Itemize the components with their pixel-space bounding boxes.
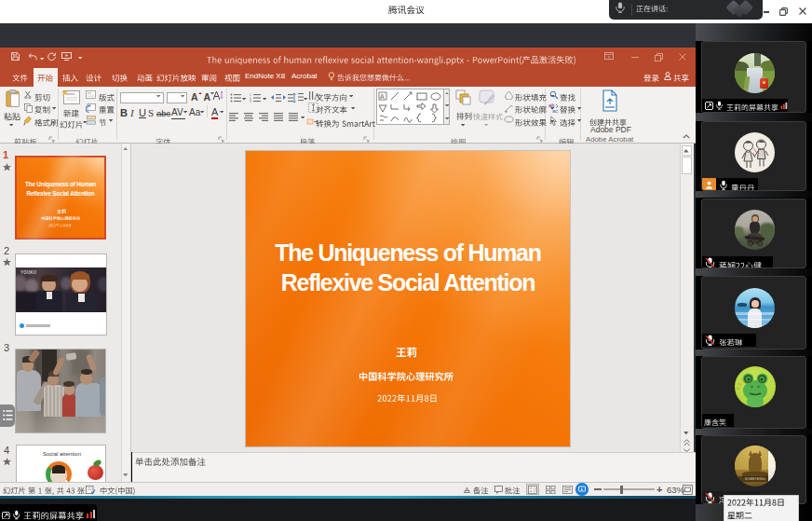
svg-text:A: A: [380, 92, 385, 99]
svg-text:3: 3: [250, 100, 251, 103]
svg-text:ac: ac: [552, 108, 558, 114]
